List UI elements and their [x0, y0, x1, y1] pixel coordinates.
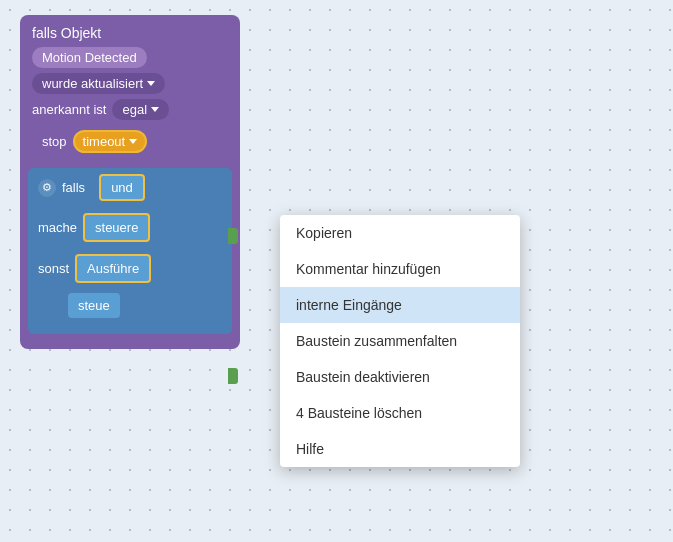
gear-icon[interactable]: ⚙	[38, 179, 56, 197]
mache-label: mache	[38, 220, 77, 235]
egal-dropdown[interactable]: egal	[112, 99, 169, 120]
timeout-arrow-icon	[129, 139, 137, 144]
steuere2-block[interactable]: steue	[68, 293, 120, 318]
motion-detected-block[interactable]: Motion Detected	[32, 47, 147, 68]
falls-row: ⚙ falls und	[28, 168, 232, 207]
context-menu-item-kopieren[interactable]: Kopieren	[280, 215, 520, 251]
und-block[interactable]: und	[99, 174, 145, 201]
egal-dropdown-arrow-icon	[151, 107, 159, 112]
blue-falls-section: ⚙ falls und mache steuere sonst Ausführe	[28, 168, 232, 334]
steuere-block[interactable]: steuere	[83, 213, 150, 242]
wurde-aktualisiert-dropdown[interactable]: wurde aktualisiert	[32, 73, 165, 94]
context-menu-item-loeschen[interactable]: 4 Bausteine löschen	[280, 395, 520, 431]
context-menu: Kopieren Kommentar hinzufügen interne Ei…	[280, 215, 520, 467]
sonst-label: sonst	[38, 261, 69, 276]
context-menu-item-kommentar[interactable]: Kommentar hinzufügen	[280, 251, 520, 287]
stop-timeout-block[interactable]: stop timeout	[32, 125, 157, 158]
timeout-badge[interactable]: timeout	[73, 130, 148, 153]
context-menu-item-interne[interactable]: interne Eingänge	[280, 287, 520, 323]
context-menu-item-hilfe[interactable]: Hilfe	[280, 431, 520, 467]
falls-objekt-label: falls Objekt	[32, 25, 101, 41]
anerkannt-ist-label: anerkannt ist	[32, 102, 106, 117]
right-stub-green2	[228, 368, 238, 384]
steuere2-row: steue	[28, 289, 232, 324]
context-menu-item-deaktivieren[interactable]: Baustein deaktivieren	[280, 359, 520, 395]
context-menu-item-zusammenfalten[interactable]: Baustein zusammenfalten	[280, 323, 520, 359]
main-block: falls Objekt Motion Detected wurde aktua…	[20, 15, 240, 349]
sonst-row: sonst Ausführe	[28, 248, 232, 289]
right-stub-green	[228, 228, 238, 244]
mache-row: mache steuere	[28, 207, 232, 248]
ausfuehre-block[interactable]: Ausführe	[75, 254, 151, 283]
dropdown-arrow-icon	[147, 81, 155, 86]
